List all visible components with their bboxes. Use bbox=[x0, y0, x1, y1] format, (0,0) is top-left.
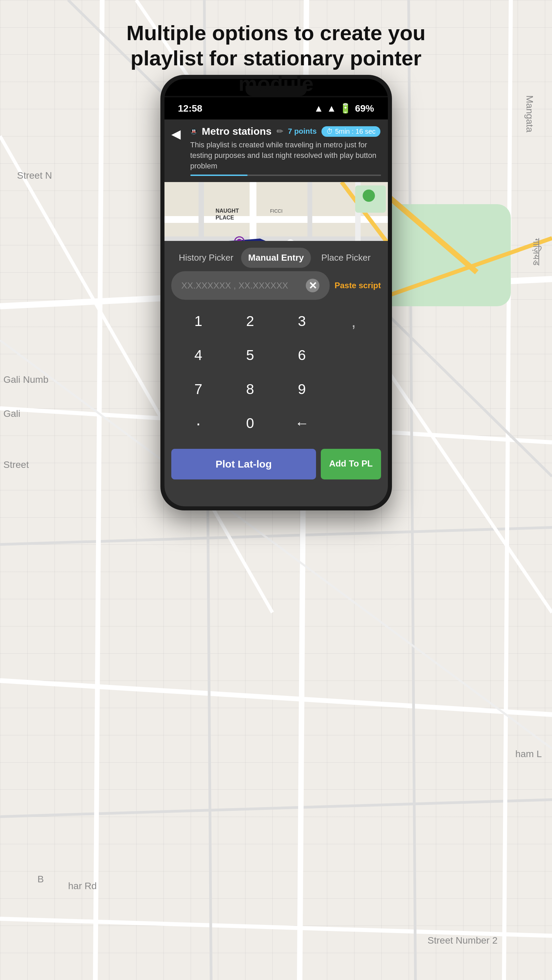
bottom-sheet: History Picker Manual Entry Place Picker… bbox=[164, 241, 388, 506]
status-bar: 12:58 ▲ ▲ 🔋 69% bbox=[164, 97, 388, 119]
add-to-playlist-button[interactable]: Add To PL bbox=[321, 449, 381, 479]
time-badge: ⏱ 5min : 16 sec bbox=[321, 126, 380, 137]
battery-icon: 🔋 bbox=[340, 103, 351, 114]
key-comma-right: , bbox=[330, 306, 378, 337]
svg-text:NAUGHT: NAUGHT bbox=[215, 208, 239, 214]
plot-button[interactable]: Plot Lat-log bbox=[171, 449, 316, 479]
progress-fill bbox=[190, 175, 247, 176]
key-backspace[interactable]: ← bbox=[278, 408, 326, 439]
numpad-row-3: 7 8 9 bbox=[175, 374, 378, 404]
road-label-street-n: Street N bbox=[17, 170, 52, 181]
phone-inner: 12:58 ▲ ▲ 🔋 69% ◀ 🚇 Metro stations ✏ 7 p… bbox=[164, 79, 388, 506]
page-title: Multiple options to create you playlist … bbox=[123, 21, 429, 96]
coordinate-input[interactable]: XX.XXXXXX , XX.XXXXXX ✕ bbox=[171, 271, 330, 300]
playlist-description: This playlist is created while traveling… bbox=[190, 140, 381, 171]
tab-place[interactable]: Place Picker bbox=[311, 248, 381, 268]
edit-icon[interactable]: ✏ bbox=[276, 127, 283, 136]
svg-point-29 bbox=[363, 189, 375, 202]
numpad-row-2: 4 5 6 bbox=[175, 340, 378, 371]
battery-pct: 69% bbox=[355, 103, 374, 114]
svg-rect-15 bbox=[375, 204, 511, 306]
bottom-buttons: Plot Lat-log Add To PL bbox=[164, 449, 388, 479]
input-row: XX.XXXXXX , XX.XXXXXX ✕ Paste script bbox=[164, 271, 388, 300]
back-button[interactable]: ◀ bbox=[171, 127, 185, 141]
svg-line-6 bbox=[95, 0, 102, 980]
clock-icon: ⏱ bbox=[326, 127, 333, 135]
numpad-row-1: 1 2 3 , bbox=[175, 306, 378, 337]
points-badge: 7 points bbox=[288, 127, 317, 136]
road-label-mangata: Mangata bbox=[524, 95, 535, 132]
time-value: 5min : 16 sec bbox=[335, 127, 376, 135]
key-dot[interactable]: · bbox=[175, 408, 222, 439]
key-5[interactable]: 5 bbox=[227, 340, 274, 371]
key-3[interactable]: 3 bbox=[278, 306, 326, 337]
key-1[interactable]: 1 bbox=[175, 306, 222, 337]
metro-icon: 🚇 bbox=[190, 128, 197, 135]
key-9[interactable]: 9 bbox=[278, 374, 326, 404]
key-0[interactable]: 0 bbox=[227, 408, 274, 439]
road-label-street: Street bbox=[3, 460, 29, 470]
status-time: 12:58 bbox=[178, 103, 203, 114]
paste-button[interactable]: Paste script bbox=[334, 281, 381, 290]
input-placeholder: XX.XXXXXX , XX.XXXXXX bbox=[182, 280, 289, 291]
svg-line-3 bbox=[0, 681, 552, 714]
key-4[interactable]: 4 bbox=[175, 340, 222, 371]
road-label-street-num: Street Number 2 bbox=[428, 935, 498, 946]
svg-line-10 bbox=[504, 0, 511, 980]
road-label-gali2: Gali bbox=[3, 408, 21, 419]
key-6[interactable]: 6 bbox=[278, 340, 326, 371]
playlist-title-row: 🚇 Metro stations ✏ 7 points ⏱ 5min : 16 … bbox=[190, 126, 381, 137]
numpad: 1 2 3 , 4 5 6 7 8 9 bbox=[164, 302, 388, 445]
signal-icon: ▲ bbox=[327, 103, 337, 114]
header-info: 🚇 Metro stations ✏ 7 points ⏱ 5min : 16 … bbox=[190, 126, 381, 176]
status-icons: ▲ ▲ 🔋 69% bbox=[314, 103, 374, 114]
svg-line-4 bbox=[0, 800, 552, 817]
svg-rect-19 bbox=[164, 216, 388, 223]
phone-frame: 12:58 ▲ ▲ 🔋 69% ◀ 🚇 Metro stations ✏ 7 p… bbox=[160, 75, 392, 511]
clear-button[interactable]: ✕ bbox=[306, 279, 319, 292]
road-label-har-rd: har Rd bbox=[68, 881, 97, 891]
key-8[interactable]: 8 bbox=[227, 374, 274, 404]
road-label-ham: ham L bbox=[515, 749, 542, 759]
progress-bar bbox=[190, 175, 381, 176]
tab-manual[interactable]: Manual Entry bbox=[241, 248, 311, 268]
svg-line-5 bbox=[0, 919, 552, 936]
svg-line-9 bbox=[408, 0, 415, 980]
tab-row: History Picker Manual Entry Place Picker bbox=[164, 241, 388, 271]
app-header: ◀ 🚇 Metro stations ✏ 7 points ⏱ 5min : 1… bbox=[164, 119, 388, 182]
numpad-row-4: · 0 ← bbox=[175, 408, 378, 439]
tab-history[interactable]: History Picker bbox=[171, 248, 241, 268]
wifi-icon: ▲ bbox=[314, 103, 324, 114]
playlist-name: Metro stations bbox=[202, 126, 272, 137]
svg-line-2 bbox=[0, 527, 552, 544]
key-7[interactable]: 7 bbox=[175, 374, 222, 404]
road-label-gali: Gali Numb bbox=[3, 374, 48, 385]
svg-text:PLACE: PLACE bbox=[215, 215, 234, 221]
road-label-bottom-left: B bbox=[37, 874, 44, 885]
svg-text:FICCI: FICCI bbox=[270, 208, 282, 214]
key-2[interactable]: 2 bbox=[227, 306, 274, 337]
road-label-hindi: गाज़ियड bbox=[531, 238, 542, 266]
